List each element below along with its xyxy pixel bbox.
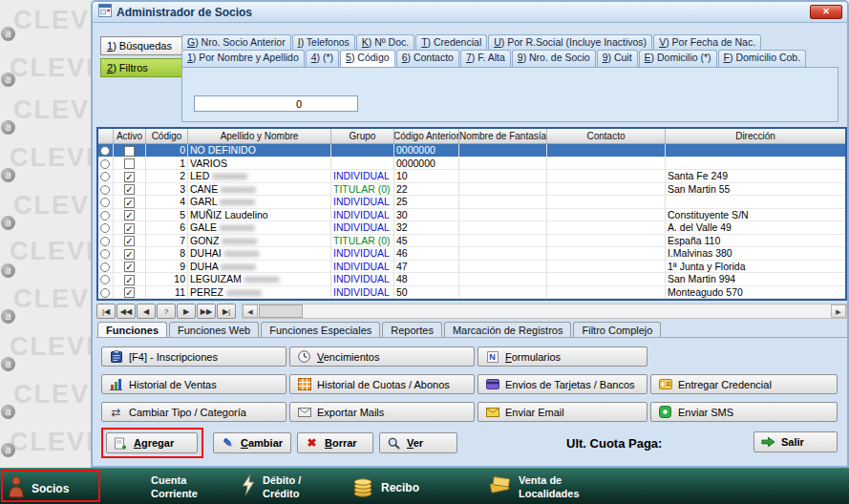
navigator-button[interactable]: ? <box>157 304 176 319</box>
activo-cell[interactable]: ✓ <box>114 221 146 234</box>
navigator-button[interactable]: ▶ <box>177 304 196 319</box>
navigator-button[interactable]: ◀ <box>137 304 156 319</box>
column-header-contacto[interactable]: Contacto <box>547 129 666 143</box>
tab-cuit[interactable]: 9) Cuit <box>597 50 638 67</box>
checkbox-icon[interactable]: ✓ <box>124 184 135 195</box>
scroll-right-icon[interactable]: ▶ <box>831 304 846 318</box>
table-row[interactable]: ✓5MUÑIZ LaudelinoINDIVIDUAL30Constituyen… <box>98 209 845 222</box>
navigator-button[interactable]: |◀ <box>96 304 116 319</box>
table-row[interactable]: ✓2LED xxxxxxxINDIVIDUAL10Santa Fe 249 <box>98 170 845 183</box>
checkbox-icon[interactable] <box>124 158 135 169</box>
tab-funciones-especiales[interactable]: Funciones Especiales <box>261 322 380 338</box>
tab-funciones[interactable]: Funciones <box>97 322 167 338</box>
tab-marcacion-registros[interactable]: Marcación de Registros <box>444 322 572 338</box>
table-row[interactable]: ✓10LEGUIZAM xxxxxxxINDIVIDUAL48San Marti… <box>98 273 845 286</box>
checkbox-icon[interactable]: ✓ <box>124 262 135 272</box>
table-row[interactable]: ✓6GALE xxxxxxxINDIVIDUAL32A. del Valle 4… <box>98 221 845 235</box>
historial-ventas-button[interactable]: Historial de Ventas <box>101 374 287 394</box>
column-header-fantasia[interactable]: Nombre de Fantasía <box>459 129 547 143</box>
checkbox-icon[interactable] <box>124 146 135 157</box>
column-header-codigo-anterior[interactable]: Código Anterior <box>394 129 459 143</box>
checkbox-icon[interactable]: ✓ <box>124 210 135 220</box>
horizontal-scrollbar[interactable]: ◀ ▶ <box>242 304 847 319</box>
enviar-email-button[interactable]: Enviar Email <box>478 402 647 422</box>
table-row[interactable]: ✓9DUHA xxxxxxxINDIVIDUAL471ª Junta y Flo… <box>98 261 845 274</box>
checkbox-icon[interactable]: ✓ <box>124 198 135 208</box>
scrollbar-thumb[interactable] <box>259 304 303 318</box>
taskbar-item-recibo[interactable]: Recibo <box>353 474 419 500</box>
tab-f-alta[interactable]: 7) F. Alta <box>460 50 511 67</box>
table-row[interactable]: ✓3CANE xxxxxxxTITULAR (0)22San Martin 55 <box>98 183 845 197</box>
navigator-button[interactable]: ▶| <box>217 304 236 319</box>
tab-nro-de-socio[interactable]: 9) Nro. de Socio <box>512 50 596 67</box>
table-row[interactable]: ✓7GONZ xxxxxxxTITULAR (0)45España 110 <box>98 235 845 248</box>
activo-cell[interactable]: ✓ <box>114 286 146 299</box>
vencimientos-button[interactable]: Vencimientos <box>289 346 475 367</box>
tab-nro-socio-anterior[interactable]: G) Nro. Socio Anterior <box>181 34 291 50</box>
table-row[interactable]: ✓8DUHAI xxxxxxxINDIVIDUAL46I.Malvinas 38… <box>98 247 845 261</box>
column-header-codigo[interactable]: Código <box>146 129 188 143</box>
taskbar-item-venta-localidades[interactable]: Venta de Localidades <box>489 473 580 500</box>
codigo-filter-input[interactable] <box>194 95 358 112</box>
ver-button[interactable]: Ver <box>379 432 457 453</box>
cambiar-tipo-button[interactable]: ⇄ Cambiar Tipo / Categoría <box>101 402 287 422</box>
activo-cell[interactable]: ✓ <box>114 261 146 273</box>
checkbox-icon[interactable]: ✓ <box>124 287 135 298</box>
table-row[interactable]: ✓11PEREZ xxxxxxxINDIVIDUAL50Monteagudo 5… <box>98 286 845 300</box>
tab-reportes[interactable]: Reportes <box>382 322 442 338</box>
activo-cell[interactable]: ✓ <box>114 196 146 208</box>
activo-cell[interactable]: ✓ <box>114 247 146 260</box>
tab-por-fecha-nac[interactable]: V) Por Fecha de Nac. <box>653 34 761 50</box>
tab-telefonos[interactable]: I) Telefonos <box>292 34 355 50</box>
window-titlebar[interactable]: Administrador de Socios ✕ <box>93 2 847 23</box>
borrar-button[interactable]: ✖ Borrar <box>297 432 373 453</box>
column-header-grupo[interactable]: Grupo <box>331 129 394 143</box>
enviar-sms-button[interactable]: Enviar SMS <box>650 402 838 422</box>
tab-domicilio[interactable]: E) Domicilio (*) <box>639 50 717 67</box>
taskbar-item-socios[interactable]: Socios <box>8 475 69 501</box>
historial-cuotas-button[interactable]: Historial de Cuotas / Abonos <box>289 374 475 394</box>
checkbox-icon[interactable]: ✓ <box>124 275 135 285</box>
tab-nro-doc[interactable]: K) Nº Doc. <box>356 34 414 50</box>
checkbox-icon[interactable]: ✓ <box>124 249 135 260</box>
column-header-direccion[interactable]: Dirección <box>666 129 845 143</box>
column-header-apellido[interactable]: Apellido y Nombre <box>188 129 331 143</box>
checkbox-icon[interactable]: ✓ <box>124 172 135 182</box>
tab-contacto[interactable]: 6) Contacto <box>396 50 459 67</box>
side-tab-busquedas[interactable]: 1) Búsquedas <box>100 36 184 55</box>
table-row[interactable]: 0NO DEFINIDO0000000 <box>98 144 845 158</box>
inscripciones-button[interactable]: [F4] - Inscripciones <box>101 346 287 367</box>
envios-tarjetas-button[interactable]: Envios de Tarjetas / Bancos <box>478 374 647 394</box>
navigator-button[interactable]: ▶▶ <box>197 304 216 319</box>
tab-por-nombre-apellido[interactable]: 1) Por Nombre y Apellido <box>181 50 305 67</box>
salir-button[interactable]: Salir <box>753 431 838 452</box>
exportar-mails-button[interactable]: Exportar Mails <box>289 402 475 422</box>
taskbar-item-debito-credito[interactable]: Débito / Crédito <box>241 473 301 500</box>
taskbar-item-cuenta-corriente[interactable]: Cuenta Corriente <box>151 473 198 500</box>
table-row[interactable]: ✓4GARL xxxxxxxINDIVIDUAL25 <box>98 196 845 209</box>
tab-4[interactable]: 4) (*) <box>306 50 339 67</box>
tab-funciones-web[interactable]: Funciones Web <box>169 322 259 338</box>
table-row[interactable]: 1VARIOS0000000 <box>98 158 845 171</box>
activo-cell[interactable]: ✓ <box>114 170 146 182</box>
scroll-left-icon[interactable]: ◀ <box>243 304 258 318</box>
checkbox-icon[interactable]: ✓ <box>124 223 135 234</box>
tab-por-rsocial[interactable]: U) Por R.Social (Incluye Inactivos) <box>488 34 652 50</box>
entregar-credencial-button[interactable]: Entregar Credencial <box>650 374 838 394</box>
agregar-button[interactable]: Agregar <box>106 432 198 453</box>
cambiar-button[interactable]: ✎ Cambiar <box>213 432 291 453</box>
activo-cell[interactable]: ✓ <box>114 209 146 221</box>
tab-codigo[interactable]: 5) Código <box>340 50 395 67</box>
navigator-button[interactable]: ◀◀ <box>117 304 136 319</box>
formularios-button[interactable]: N Formularios <box>478 346 647 367</box>
tab-domicilio-cob[interactable]: F) Domicilio Cob. <box>718 50 807 67</box>
activo-cell[interactable]: ✓ <box>114 183 146 196</box>
column-header-activo[interactable]: Activo <box>114 129 146 143</box>
checkbox-icon[interactable]: ✓ <box>124 236 135 246</box>
close-button[interactable]: ✕ <box>810 5 842 19</box>
activo-cell[interactable] <box>114 144 146 157</box>
side-tab-filtros[interactable]: 2) Filtros <box>100 58 184 77</box>
tab-credencial[interactable]: T) Credencial <box>415 34 487 50</box>
activo-cell[interactable]: ✓ <box>114 235 146 247</box>
activo-cell[interactable] <box>114 158 146 170</box>
